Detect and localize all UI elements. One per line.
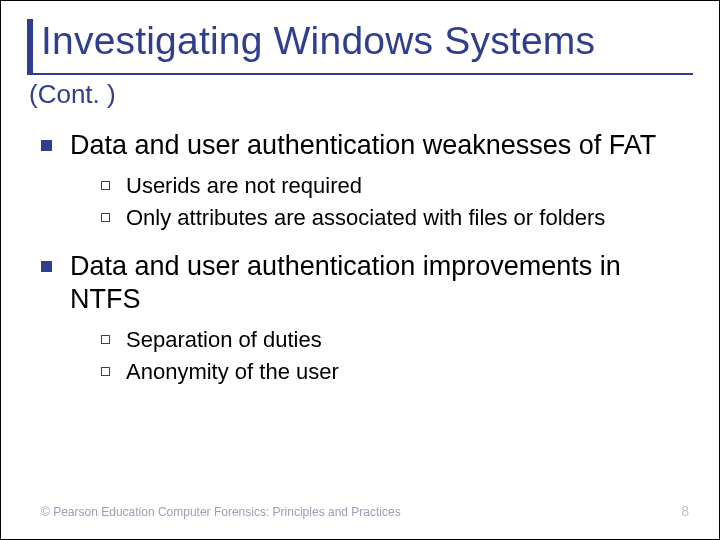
bullet-level2: Userids are not required <box>101 172 685 200</box>
hollow-square-bullet-icon <box>101 213 110 222</box>
slide-subtitle: (Cont. ) <box>29 79 116 110</box>
square-bullet-icon <box>41 140 52 151</box>
bullet-text: Data and user authentication weaknesses … <box>70 129 656 162</box>
sub-bullet-text: Only attributes are associated with file… <box>126 204 605 232</box>
hollow-square-bullet-icon <box>101 335 110 344</box>
bullet-level2: Anonymity of the user <box>101 358 685 386</box>
copyright-text: © Pearson Education Computer Forensics: … <box>41 505 401 519</box>
bullet-level2: Only attributes are associated with file… <box>101 204 685 232</box>
slide: Investigating Windows Systems (Cont. ) D… <box>0 0 720 540</box>
bullet-level2: Separation of duties <box>101 326 685 354</box>
hollow-square-bullet-icon <box>101 367 110 376</box>
slide-footer: © Pearson Education Computer Forensics: … <box>41 503 689 519</box>
bullet-level1: Data and user authentication weaknesses … <box>41 129 685 162</box>
slide-body: Data and user authentication weaknesses … <box>41 129 685 404</box>
page-number: 8 <box>681 503 689 519</box>
sub-bullet-group: Separation of duties Anonymity of the us… <box>101 326 685 386</box>
square-bullet-icon <box>41 261 52 272</box>
sub-bullet-group: Userids are not required Only attributes… <box>101 172 685 232</box>
bullet-level1: Data and user authentication improvement… <box>41 250 685 316</box>
sub-bullet-text: Separation of duties <box>126 326 322 354</box>
bullet-text: Data and user authentication improvement… <box>70 250 685 316</box>
sub-bullet-text: Userids are not required <box>126 172 362 200</box>
title-rule-vertical <box>27 19 33 75</box>
sub-bullet-text: Anonymity of the user <box>126 358 339 386</box>
slide-title: Investigating Windows Systems <box>41 19 595 63</box>
title-rule-horizontal <box>27 73 693 75</box>
hollow-square-bullet-icon <box>101 181 110 190</box>
